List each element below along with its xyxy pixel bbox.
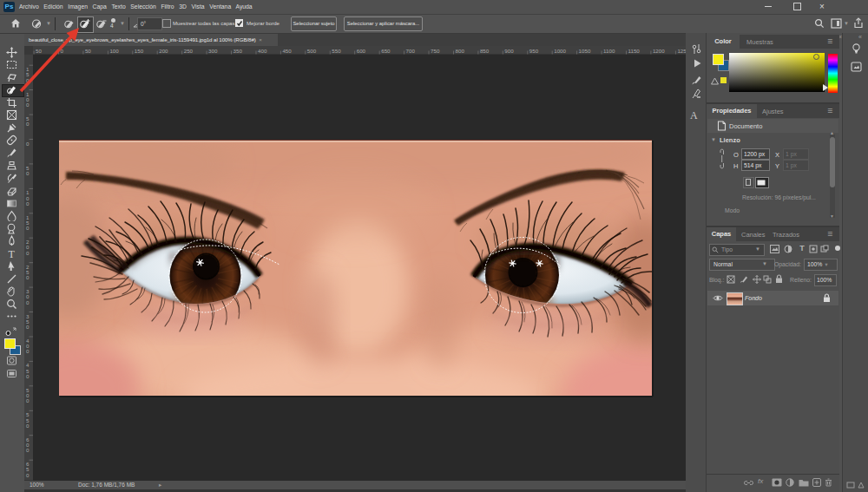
svg-text:300: 300 <box>208 48 218 54</box>
svg-text:1100: 1100 <box>603 48 615 54</box>
svg-text:150: 150 <box>135 48 144 54</box>
svg-text:0: 0 <box>26 170 30 176</box>
svg-text:0: 0 <box>26 274 30 280</box>
svg-text:50: 50 <box>85 48 91 54</box>
svg-text:1050: 1050 <box>579 48 591 54</box>
svg-text:800: 800 <box>456 48 465 54</box>
svg-text:0: 0 <box>26 423 30 429</box>
svg-text:0: 0 <box>26 324 30 330</box>
svg-text:250: 250 <box>184 48 194 54</box>
svg-text:450: 450 <box>282 48 292 54</box>
svg-text:750: 750 <box>431 48 440 54</box>
svg-text:0: 0 <box>26 299 30 305</box>
svg-text:0: 0 <box>26 348 30 354</box>
svg-text:50: 50 <box>36 48 42 54</box>
svg-text:0: 0 <box>26 397 30 403</box>
svg-text:1250: 1250 <box>677 48 686 54</box>
svg-text:0: 0 <box>26 77 30 83</box>
svg-text:700: 700 <box>406 48 416 54</box>
svg-text:550: 550 <box>332 48 341 54</box>
svg-text:100: 100 <box>109 48 119 54</box>
svg-text:0: 0 <box>26 472 30 478</box>
svg-text:0: 0 <box>26 200 30 207</box>
svg-text:0: 0 <box>26 250 30 256</box>
svg-text:650: 650 <box>381 48 391 54</box>
svg-text:350: 350 <box>233 48 243 54</box>
svg-text:T: T <box>9 248 16 259</box>
svg-text:1150: 1150 <box>628 48 641 54</box>
svg-text:850: 850 <box>480 48 490 54</box>
svg-text:0: 0 <box>61 48 64 54</box>
svg-text:500: 500 <box>307 48 317 54</box>
svg-text:950: 950 <box>529 48 539 54</box>
svg-text:0: 0 <box>26 102 30 108</box>
svg-text:1200: 1200 <box>653 48 665 54</box>
svg-text:0: 0 <box>26 141 30 147</box>
svg-text:400: 400 <box>258 48 267 54</box>
svg-text:200: 200 <box>159 48 168 54</box>
svg-text:0: 0 <box>26 121 30 127</box>
svg-text:0: 0 <box>26 373 30 379</box>
svg-text:0: 0 <box>26 447 30 453</box>
svg-text:900: 900 <box>504 48 514 54</box>
svg-text:0: 0 <box>26 225 30 231</box>
svg-text:1000: 1000 <box>554 48 566 54</box>
svg-text:600: 600 <box>357 48 366 54</box>
